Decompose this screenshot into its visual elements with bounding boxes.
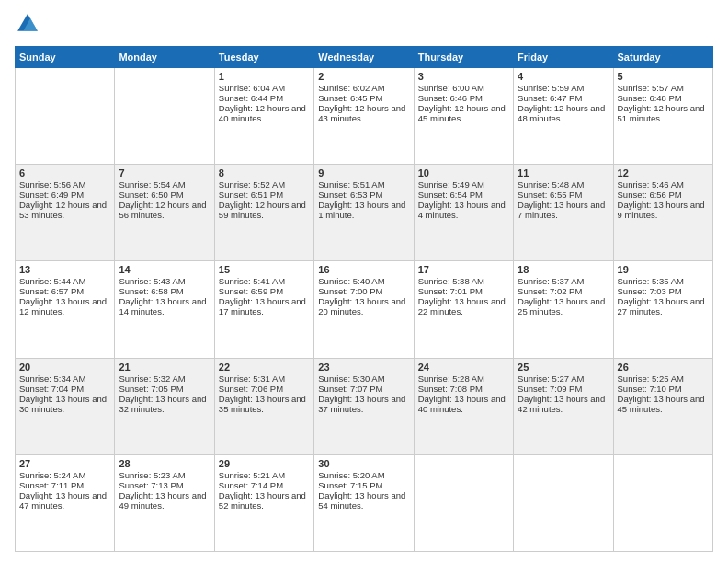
day-info: Sunrise: 5:34 AM [19, 373, 110, 384]
day-number: 28 [119, 458, 210, 469]
calendar-cell: 29Sunrise: 5:21 AMSunset: 7:14 PMDayligh… [214, 454, 313, 551]
day-info: Sunrise: 5:25 AM [618, 373, 709, 384]
calendar-week-row: 27Sunrise: 5:24 AMSunset: 7:11 PMDayligh… [16, 454, 713, 551]
calendar-cell: 24Sunrise: 5:28 AMSunset: 7:08 PMDayligh… [414, 358, 513, 454]
calendar-cell: 11Sunrise: 5:48 AMSunset: 6:55 PMDayligh… [514, 165, 613, 261]
day-number: 11 [518, 167, 609, 178]
day-info: Sunset: 7:08 PM [418, 384, 509, 394]
day-info: Daylight: 13 hours and 14 minutes. [119, 296, 210, 316]
calendar-cell: 30Sunrise: 5:20 AMSunset: 7:15 PMDayligh… [314, 454, 414, 551]
day-info: Daylight: 13 hours and 45 minutes. [618, 394, 709, 414]
header [15, 11, 713, 37]
day-info: Daylight: 12 hours and 40 minutes. [219, 103, 310, 123]
day-header-monday: Monday [115, 47, 214, 68]
day-info: Sunset: 7:14 PM [219, 480, 310, 490]
day-info: Daylight: 13 hours and 35 minutes. [219, 394, 310, 414]
day-number: 15 [219, 264, 310, 275]
day-info: Daylight: 13 hours and 17 minutes. [219, 296, 310, 316]
calendar-cell: 19Sunrise: 5:35 AMSunset: 7:03 PMDayligh… [613, 261, 712, 358]
calendar-cell: 16Sunrise: 5:40 AMSunset: 7:00 PMDayligh… [314, 261, 414, 358]
day-number: 19 [618, 264, 709, 275]
day-info: Daylight: 12 hours and 59 minutes. [219, 200, 310, 220]
day-info: Sunset: 6:56 PM [618, 190, 709, 200]
day-number: 26 [618, 362, 709, 373]
day-info: Daylight: 13 hours and 49 minutes. [119, 490, 210, 511]
day-info: Sunrise: 5:32 AM [119, 373, 210, 384]
day-header-thursday: Thursday [414, 47, 513, 68]
calendar-week-row: 20Sunrise: 5:34 AMSunset: 7:04 PMDayligh… [16, 358, 713, 454]
day-number: 30 [318, 458, 409, 469]
calendar-cell: 25Sunrise: 5:27 AMSunset: 7:09 PMDayligh… [514, 358, 613, 454]
day-info: Daylight: 12 hours and 53 minutes. [19, 200, 110, 220]
day-number: 5 [618, 71, 709, 82]
calendar-table: SundayMondayTuesdayWednesdayThursdayFrid… [15, 46, 713, 552]
day-info: Sunset: 6:51 PM [219, 190, 310, 200]
calendar-cell: 20Sunrise: 5:34 AMSunset: 7:04 PMDayligh… [16, 358, 115, 454]
day-number: 17 [418, 264, 509, 275]
day-header-tuesday: Tuesday [214, 47, 313, 68]
calendar-cell: 22Sunrise: 5:31 AMSunset: 7:06 PMDayligh… [214, 358, 313, 454]
logo [15, 11, 44, 37]
day-info: Sunrise: 5:31 AM [219, 373, 310, 384]
day-info: Sunrise: 5:49 AM [418, 179, 509, 190]
day-info: Sunset: 6:49 PM [19, 190, 110, 200]
day-info: Sunrise: 5:46 AM [618, 179, 709, 190]
day-info: Sunset: 7:09 PM [518, 384, 609, 394]
calendar-cell: 1Sunrise: 6:04 AMSunset: 6:44 PMDaylight… [214, 68, 313, 165]
day-info: Sunrise: 5:51 AM [318, 179, 409, 190]
day-header-wednesday: Wednesday [314, 47, 414, 68]
day-info: Daylight: 13 hours and 30 minutes. [19, 394, 110, 414]
day-number: 16 [318, 264, 409, 275]
day-info: Sunset: 6:46 PM [418, 93, 509, 103]
day-info: Sunset: 6:53 PM [318, 190, 409, 200]
day-number: 23 [318, 362, 409, 373]
day-number: 6 [19, 167, 110, 178]
day-info: Daylight: 12 hours and 48 minutes. [518, 103, 609, 123]
day-number: 7 [119, 167, 210, 178]
day-number: 12 [618, 167, 709, 178]
day-number: 24 [418, 362, 509, 373]
day-info: Daylight: 13 hours and 20 minutes. [318, 296, 409, 316]
day-info: Sunrise: 5:40 AM [318, 276, 409, 286]
day-info: Sunset: 7:02 PM [518, 286, 609, 296]
day-info: Daylight: 13 hours and 47 minutes. [19, 490, 110, 511]
day-info: Sunrise: 5:27 AM [518, 373, 609, 384]
day-number: 8 [219, 167, 310, 178]
calendar-cell: 23Sunrise: 5:30 AMSunset: 7:07 PMDayligh… [314, 358, 414, 454]
day-info: Sunrise: 5:57 AM [618, 83, 709, 93]
calendar-cell: 4Sunrise: 5:59 AMSunset: 6:47 PMDaylight… [514, 68, 613, 165]
day-info: Daylight: 12 hours and 56 minutes. [119, 200, 210, 220]
day-info: Sunrise: 5:43 AM [119, 276, 210, 286]
day-info: Daylight: 13 hours and 40 minutes. [418, 394, 509, 414]
calendar-cell: 5Sunrise: 5:57 AMSunset: 6:48 PMDaylight… [613, 68, 712, 165]
calendar-cell [514, 454, 613, 551]
calendar-cell [414, 454, 513, 551]
day-info: Sunset: 6:59 PM [219, 286, 310, 296]
day-info: Sunset: 6:57 PM [19, 286, 110, 296]
day-info: Sunrise: 5:20 AM [318, 470, 409, 480]
day-info: Daylight: 13 hours and 37 minutes. [318, 394, 409, 414]
calendar-cell: 10Sunrise: 5:49 AMSunset: 6:54 PMDayligh… [414, 165, 513, 261]
day-number: 4 [518, 71, 609, 82]
day-header-sunday: Sunday [16, 47, 115, 68]
day-info: Daylight: 13 hours and 9 minutes. [618, 200, 709, 220]
day-info: Sunrise: 5:41 AM [219, 276, 310, 286]
day-info: Sunrise: 5:59 AM [518, 83, 609, 93]
calendar-cell: 21Sunrise: 5:32 AMSunset: 7:05 PMDayligh… [115, 358, 214, 454]
day-info: Daylight: 13 hours and 25 minutes. [518, 296, 609, 316]
calendar-week-row: 1Sunrise: 6:04 AMSunset: 6:44 PMDaylight… [16, 68, 713, 165]
logo-icon [15, 11, 40, 37]
day-info: Sunset: 7:05 PM [119, 384, 210, 394]
day-info: Sunrise: 6:04 AM [219, 83, 310, 93]
day-info: Sunset: 6:50 PM [119, 190, 210, 200]
day-number: 22 [219, 362, 310, 373]
day-number: 1 [219, 71, 310, 82]
day-info: Sunrise: 5:35 AM [618, 276, 709, 286]
day-header-friday: Friday [514, 47, 613, 68]
day-info: Sunrise: 5:21 AM [219, 470, 310, 480]
calendar-cell: 3Sunrise: 6:00 AMSunset: 6:46 PMDaylight… [414, 68, 513, 165]
calendar-cell: 14Sunrise: 5:43 AMSunset: 6:58 PMDayligh… [115, 261, 214, 358]
day-info: Sunrise: 5:30 AM [318, 373, 409, 384]
day-info: Sunset: 6:47 PM [518, 93, 609, 103]
day-info: Sunset: 6:48 PM [618, 93, 709, 103]
